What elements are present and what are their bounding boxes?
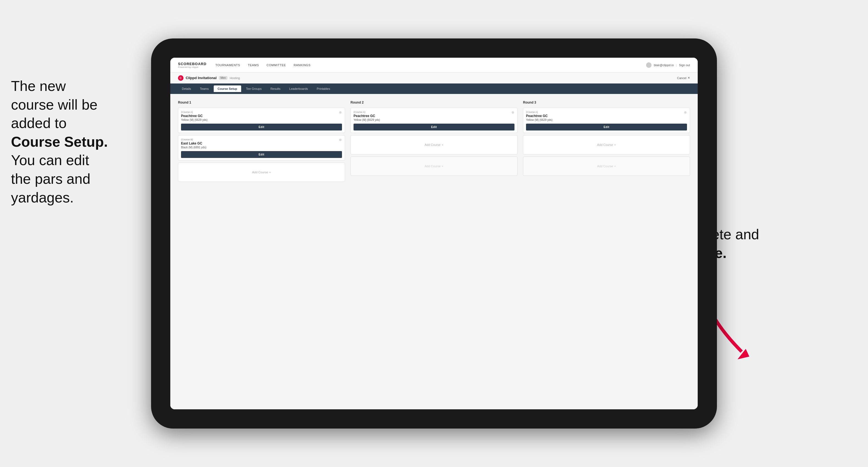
nav-right: blair@clippd.io | Sign out (646, 62, 690, 68)
round2-course-a-edit-button[interactable]: Edit (353, 124, 515, 130)
round1-course-a-card: ⊗ (Course A) Peachtree GC Yellow (M) (66… (178, 108, 345, 133)
content-area: Round 1 ⊗ (Course A) Peachtree GC Yellow… (170, 94, 698, 409)
round1-course-b-name: East Lake GC (181, 142, 342, 145)
user-avatar (646, 62, 652, 68)
logo-area: SCOREBOARD Powered by clippd (178, 62, 207, 68)
tournament-status: Hosting (229, 76, 240, 80)
round2-course-a-delete[interactable]: ⊗ (510, 110, 515, 115)
round3-course-a-detail: Yellow (M) (6629 yds) (526, 118, 687, 121)
round-3-column: Round 3 ⊗ (Course A) Peachtree GC Yellow… (523, 100, 690, 182)
tablet-device: SCOREBOARD Powered by clippd TOURNAMENTS… (151, 38, 717, 429)
round1-course-b-edit-button[interactable]: Edit (181, 151, 342, 158)
tournament-badge: Men (219, 76, 227, 80)
tabs-bar: Details Teams Course Setup Tee Groups Re… (170, 84, 698, 94)
round-2-header: Round 2 (350, 100, 518, 104)
nav-teams[interactable]: TEAMS (248, 63, 259, 67)
round3-add-course-disabled: Add Course + (523, 157, 690, 176)
nav-divider: | (676, 63, 677, 67)
user-email: blair@clippd.io (654, 63, 674, 67)
tablet-screen: SCOREBOARD Powered by clippd TOURNAMENTS… (170, 58, 698, 409)
tab-details[interactable]: Details (178, 86, 195, 92)
round1-course-b-detail: Black (M) (6891 yds) (181, 146, 342, 149)
round-3-header: Round 3 (523, 100, 690, 104)
rounds-grid: Round 1 ⊗ (Course A) Peachtree GC Yellow… (178, 100, 690, 182)
tab-leaderboards[interactable]: Leaderboards (285, 86, 312, 92)
tournament-name[interactable]: Clippd Invitational (186, 76, 217, 80)
round1-course-a-edit-button[interactable]: Edit (181, 124, 342, 130)
round1-course-b-card: ⊗ (Course B) East Lake GC Black (M) (689… (178, 135, 345, 160)
tab-results[interactable]: Results (267, 86, 284, 92)
round2-course-a-card: ⊗ (Course A) Peachtree GC Yellow (M) (66… (350, 108, 518, 133)
round1-add-course-button[interactable]: Add Course + (178, 163, 345, 182)
logo-sub: Powered by clippd (178, 66, 207, 68)
round3-course-a-edit-button[interactable]: Edit (526, 124, 687, 130)
round1-course-a-detail: Yellow (M) (6629 yds) (181, 118, 342, 121)
tab-tee-groups[interactable]: Tee Groups (242, 86, 266, 92)
round3-course-a-label: (Course A) (526, 111, 687, 114)
c-logo: C (178, 75, 184, 81)
top-nav: SCOREBOARD Powered by clippd TOURNAMENTS… (170, 58, 698, 72)
round-1-header: Round 1 (178, 100, 345, 104)
round1-course-a-name: Peachtree GC (181, 114, 342, 118)
round3-course-a-name: Peachtree GC (526, 114, 687, 118)
cancel-button[interactable]: Cancel ✕ (677, 76, 690, 80)
round1-course-a-label: (Course A) (181, 111, 342, 114)
nav-committee[interactable]: COMMITTEE (267, 63, 286, 67)
nav-rankings[interactable]: RANKINGS (293, 63, 310, 67)
round-1-column: Round 1 ⊗ (Course A) Peachtree GC Yellow… (178, 100, 345, 182)
round3-course-a-card: ⊗ (Course A) Peachtree GC Yellow (M) (66… (523, 108, 690, 133)
tab-teams[interactable]: Teams (196, 86, 213, 92)
round1-course-a-delete[interactable]: ⊗ (338, 110, 343, 115)
round3-add-course-button[interactable]: Add Course + (523, 135, 690, 154)
round3-course-a-delete[interactable]: ⊗ (683, 110, 687, 115)
nav-tournaments[interactable]: TOURNAMENTS (215, 63, 240, 67)
svg-marker-1 (738, 349, 749, 359)
tab-printables[interactable]: Printables (313, 86, 334, 92)
tournament-bar: C Clippd Invitational Men Hosting Cancel… (170, 72, 698, 84)
round1-course-b-delete[interactable]: ⊗ (338, 137, 343, 142)
sign-out-link[interactable]: Sign out (679, 63, 690, 67)
round2-course-a-label: (Course A) (353, 111, 515, 114)
round2-add-course-button[interactable]: Add Course + (350, 135, 518, 154)
round2-add-course-disabled: Add Course + (350, 157, 518, 176)
logo-scoreboard: SCOREBOARD (178, 62, 207, 66)
round-2-column: Round 2 ⊗ (Course A) Peachtree GC Yellow… (350, 100, 518, 182)
tournament-title: C Clippd Invitational Men Hosting (178, 75, 240, 81)
round2-course-a-detail: Yellow (M) (6629 yds) (353, 118, 515, 121)
round2-course-a-name: Peachtree GC (353, 114, 515, 118)
tab-course-setup[interactable]: Course Setup (214, 86, 241, 92)
nav-links: TOURNAMENTS TEAMS COMMITTEE RANKINGS (215, 63, 646, 67)
round1-course-b-label: (Course B) (181, 138, 342, 141)
